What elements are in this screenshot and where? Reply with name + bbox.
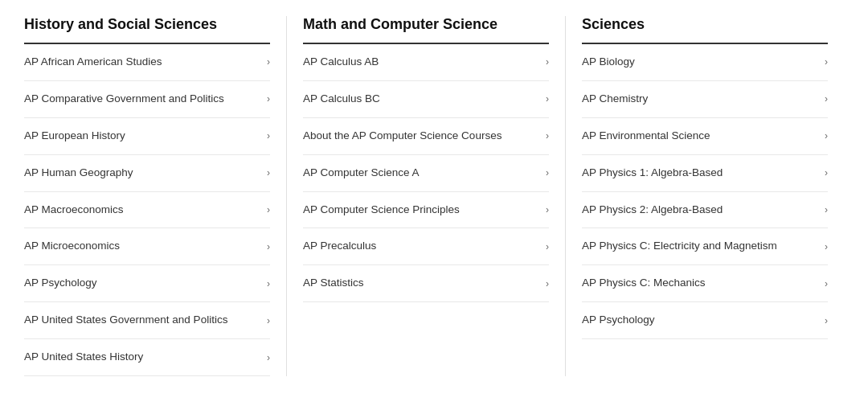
menu-item-label: AP Calculus AB (303, 55, 379, 70)
chevron-right-icon: › (825, 204, 828, 215)
menu-item[interactable]: AP United States Government and Politics… (24, 302, 270, 339)
menu-item[interactable]: AP Statistics› (303, 265, 549, 302)
chevron-right-icon: › (825, 93, 828, 105)
chevron-right-icon: › (825, 315, 828, 326)
menu-item-label: AP Physics C: Electricity and Magnetism (582, 239, 777, 254)
menu-item[interactable]: AP Precalculus› (303, 228, 549, 265)
menu-item-label: AP Statistics (303, 276, 364, 291)
menu-item-label: AP Psychology (24, 276, 97, 291)
menu-item[interactable]: AP Chemistry› (582, 81, 828, 118)
menu-item[interactable]: AP Physics C: Mechanics› (582, 265, 828, 302)
menu-item[interactable]: AP Psychology› (582, 302, 828, 339)
chevron-right-icon: › (267, 315, 270, 326)
menu-item[interactable]: AP Environmental Science› (582, 118, 828, 155)
menu-item[interactable]: AP Psychology› (24, 265, 270, 302)
menu-item[interactable]: AP Calculus AB› (303, 44, 549, 81)
chevron-right-icon: › (267, 167, 270, 178)
menu-item[interactable]: AP Biology› (582, 44, 828, 81)
column-sciences: SciencesAP Biology›AP Chemistry›AP Envir… (582, 16, 844, 376)
menu-item[interactable]: AP Microeconomics› (24, 228, 270, 265)
chevron-right-icon: › (546, 56, 549, 68)
menu-item-label: AP Psychology (582, 313, 655, 328)
chevron-right-icon: › (267, 56, 270, 68)
column-header-math-computer-science: Math and Computer Science (303, 16, 549, 44)
menu-item-label: AP Human Geography (24, 166, 133, 181)
menu-item-label: AP Precalculus (303, 239, 376, 254)
menu-item[interactable]: AP African American Studies› (24, 44, 270, 81)
menu-item-label: AP Computer Science A (303, 166, 420, 181)
menu-item-label: AP Environmental Science (582, 129, 710, 144)
menu-item-label: AP United States Government and Politics (24, 313, 227, 328)
chevron-right-icon: › (267, 352, 270, 363)
chevron-right-icon: › (825, 130, 828, 141)
chevron-right-icon: › (267, 278, 270, 289)
menu-item-label: AP Physics 2: Algebra-Based (582, 203, 723, 218)
menu-item-label: AP Biology (582, 55, 635, 70)
chevron-right-icon: › (546, 241, 549, 252)
column-history-social-sciences: History and Social SciencesAP African Am… (24, 16, 287, 376)
menu-item-label: AP Comparative Government and Politics (24, 92, 224, 107)
menu-item-label: AP Physics 1: Algebra-Based (582, 166, 723, 181)
menu-item[interactable]: AP Comparative Government and Politics› (24, 81, 270, 118)
chevron-right-icon: › (267, 241, 270, 252)
menu-item[interactable]: AP Physics 1: Algebra-Based› (582, 155, 828, 192)
column-math-computer-science: Math and Computer ScienceAP Calculus AB›… (303, 16, 566, 376)
menu-item[interactable]: AP Computer Science A› (303, 155, 549, 192)
chevron-right-icon: › (825, 241, 828, 252)
menu-item[interactable]: AP United States History› (24, 339, 270, 376)
chevron-right-icon: › (825, 56, 828, 68)
menu-item[interactable]: AP Physics C: Electricity and Magnetism› (582, 228, 828, 265)
chevron-right-icon: › (546, 93, 549, 105)
column-header-history-social-sciences: History and Social Sciences (24, 16, 270, 44)
chevron-right-icon: › (546, 167, 549, 178)
menu-item-label: AP Macroeconomics (24, 203, 124, 218)
menu-item[interactable]: About the AP Computer Science Courses› (303, 118, 549, 155)
chevron-right-icon: › (546, 278, 549, 289)
chevron-right-icon: › (546, 204, 549, 215)
menu-item-label: AP African American Studies (24, 55, 162, 70)
menu-item-label: About the AP Computer Science Courses (303, 129, 502, 144)
menu-item-label: AP Chemistry (582, 92, 648, 107)
menu-item-label: AP Computer Science Principles (303, 203, 460, 218)
column-header-sciences: Sciences (582, 16, 828, 44)
menu-item[interactable]: AP Computer Science Principles› (303, 192, 549, 229)
chevron-right-icon: › (825, 167, 828, 178)
menu-item-label: AP United States History (24, 350, 143, 365)
chevron-right-icon: › (267, 93, 270, 105)
menu-item[interactable]: AP Human Geography› (24, 155, 270, 192)
menu-item[interactable]: AP European History› (24, 118, 270, 155)
menu-item-label: AP European History (24, 129, 125, 144)
menu-item[interactable]: AP Physics 2: Algebra-Based› (582, 192, 828, 229)
menu-item-label: AP Microeconomics (24, 239, 120, 254)
menu-item[interactable]: AP Macroeconomics› (24, 192, 270, 229)
menu-item[interactable]: AP Calculus BC› (303, 81, 549, 118)
chevron-right-icon: › (825, 278, 828, 289)
chevron-right-icon: › (267, 204, 270, 215)
menu-item-label: AP Calculus BC (303, 92, 380, 107)
columns-container: History and Social SciencesAP African Am… (24, 16, 844, 376)
menu-item-label: AP Physics C: Mechanics (582, 276, 706, 291)
chevron-right-icon: › (546, 130, 549, 141)
chevron-right-icon: › (267, 130, 270, 141)
